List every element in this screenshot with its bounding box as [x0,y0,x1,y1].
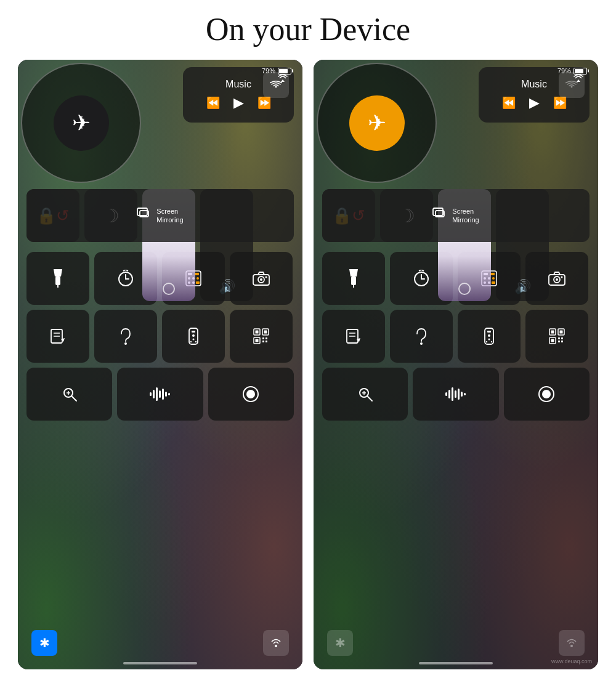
left-flashlight-button[interactable] [26,252,89,305]
left-screen-record-button[interactable] [208,368,294,421]
left-airplane-center: ✈ [54,95,109,151]
right-screen-mirror-button[interactable]: ScreenMirroring [322,189,590,242]
svg-rect-88 [560,331,563,334]
right-flashlight-button[interactable] [322,252,385,305]
right-airplane-button[interactable]: ✈ [317,63,437,183]
right-brightness-dot [458,283,471,295]
right-hearing-button[interactable] [390,310,453,363]
svg-rect-46 [153,390,155,398]
svg-line-96 [367,396,372,401]
left-qr-button[interactable] [230,310,293,363]
right-battery-percent: 79% [557,67,571,75]
left-soundcheck-button[interactable] [117,368,203,421]
svg-rect-93 [558,341,560,342]
svg-rect-36 [256,339,259,342]
left-play-button[interactable]: ▶ [233,95,244,111]
svg-rect-101 [452,387,453,401]
left-rewind-button[interactable]: ⏪ [206,96,220,110]
right-home-indicator [419,662,493,664]
svg-point-27 [192,334,195,337]
right-screen-record-button[interactable] [504,368,590,421]
svg-rect-80 [487,331,491,333]
right-row4 [322,310,590,363]
svg-rect-64 [490,273,495,275]
svg-point-74 [561,276,563,278]
svg-rect-48 [159,390,161,398]
right-airplane-icon: ✈ [368,110,386,136]
right-magnifier-button[interactable] [322,368,408,421]
right-rewind-button[interactable]: ⏪ [502,96,516,110]
right-play-button[interactable]: ▶ [529,95,540,111]
svg-point-13 [197,277,199,280]
svg-rect-49 [162,389,164,400]
right-status-bar: 79% [557,67,587,75]
svg-rect-57 [351,276,356,285]
svg-rect-55 [433,208,443,216]
right-soundcheck-button[interactable] [413,368,498,421]
right-phone-screen: 79% ✈ ✱ [314,60,598,669]
svg-rect-102 [455,390,456,398]
watermark: www.deuaq.com [551,658,592,664]
svg-point-53 [246,390,255,398]
left-hearing-button[interactable] [94,310,157,363]
right-bluetooth-button[interactable]: ✱ [327,630,353,656]
left-bluetooth-button[interactable]: ✱ [31,630,57,656]
svg-rect-51 [168,393,170,395]
left-airplane-button[interactable]: ✈ [21,63,141,183]
left-brightness-dot [163,283,175,295]
svg-point-29 [190,341,192,342]
right-wifi-button[interactable] [559,72,585,98]
svg-point-54 [570,645,573,647]
left-battery-icon [278,68,291,75]
svg-rect-99 [445,392,447,396]
right-music-controls: ⏪ ▶ ⏩ [502,95,567,111]
right-music-title: Music [521,79,547,90]
svg-rect-3 [55,276,60,285]
left-forward-button[interactable]: ⏩ [257,96,271,110]
right-forward-button[interactable]: ⏩ [553,96,567,110]
svg-line-42 [71,396,76,401]
left-row2-overlay: ScreenMirroring [26,189,294,242]
svg-rect-86 [551,331,554,334]
left-wifi-button[interactable] [263,72,289,98]
svg-point-28 [193,339,195,341]
right-notes-button[interactable] [322,310,385,363]
left-airdrop-button[interactable] [263,630,289,656]
svg-point-67 [492,277,495,280]
left-screen-mirror-label: ScreenMirroring [156,207,183,225]
svg-rect-39 [262,341,264,342]
svg-point-82 [488,339,490,341]
left-controls-grid: 🔒↺ ☽ 🔊 [26,189,294,421]
svg-point-19 [260,278,262,281]
left-notes-button[interactable] [26,310,89,363]
svg-rect-38 [265,337,267,339]
left-status-bar: 79% [262,67,291,75]
svg-rect-105 [464,393,466,395]
left-music-controls: ⏪ ▶ ⏩ [206,95,271,111]
left-magnifier-button[interactable] [26,368,112,421]
right-screen-mirror-icon [432,208,447,224]
svg-rect-91 [558,337,560,339]
right-battery-icon [573,68,587,75]
svg-point-20 [265,276,267,278]
right-camera-button[interactable] [525,252,588,305]
svg-rect-34 [264,331,267,334]
svg-rect-45 [150,392,152,396]
right-row5 [322,368,590,421]
svg-rect-26 [192,331,195,333]
left-screen-mirror-button[interactable]: ScreenMirroring [26,189,294,242]
svg-rect-37 [262,337,264,339]
svg-point-30 [195,341,197,342]
right-qr-button[interactable] [525,310,588,363]
left-camera-button[interactable] [230,252,293,305]
right-remote-button[interactable] [458,310,521,363]
right-row2-overlay: ScreenMirroring [322,189,590,242]
left-phone-screen: 79% ✈ ✱ [18,60,302,669]
right-airplane-center: ✈ [349,95,405,151]
left-screen-mirror-icon [137,208,152,224]
svg-point-73 [556,278,558,281]
left-remote-button[interactable] [162,310,225,363]
left-battery-percent: 79% [262,67,275,75]
right-controls-grid: 🔒↺ ☽ 🔊 [322,189,590,421]
right-airdrop-button[interactable] [559,630,585,656]
